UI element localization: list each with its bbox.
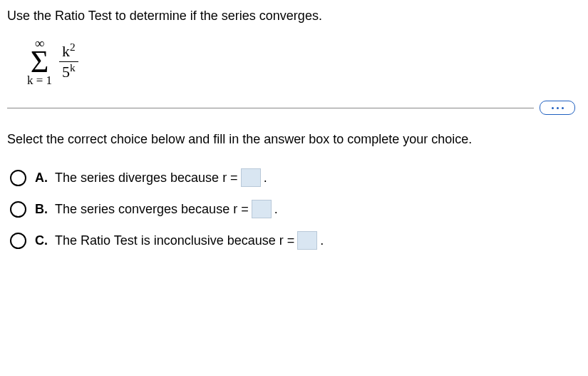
series-expression: ∞ Σ k = 1 k2 5k	[27, 36, 581, 86]
choice-letter-b: B.	[35, 202, 55, 217]
choice-a[interactable]: A. The series diverges because r = .	[10, 168, 581, 187]
choice-letter-a: A.	[35, 171, 55, 186]
instruction-text: Select the correct choice below and fill…	[7, 132, 581, 147]
sigma-lower-limit: k = 1	[27, 74, 52, 86]
divider-line	[7, 108, 534, 108]
dot-icon	[552, 107, 554, 109]
fraction: k2 5k	[59, 43, 78, 79]
denominator: 5k	[59, 63, 78, 80]
answer-input-b[interactable]	[252, 200, 272, 218]
dot-icon	[557, 107, 559, 109]
answer-input-a[interactable]	[241, 168, 261, 187]
question-text: Use the Ratio Test to determine if the s…	[7, 9, 581, 24]
radio-a[interactable]	[10, 170, 26, 186]
sigma-symbol: Σ	[31, 50, 49, 73]
section-divider	[7, 101, 581, 115]
choice-text-c: The Ratio Test is inconclusive because r…	[55, 231, 324, 250]
sigma-notation: ∞ Σ k = 1	[27, 36, 52, 86]
dot-icon	[562, 107, 564, 109]
radio-c[interactable]	[10, 233, 26, 249]
answer-input-c[interactable]	[297, 231, 317, 250]
choice-letter-c: C.	[35, 233, 55, 248]
choice-c[interactable]: C. The Ratio Test is inconclusive becaus…	[10, 231, 581, 250]
choice-text-a: The series diverges because r = .	[55, 168, 267, 187]
choice-b[interactable]: B. The series converges because r = .	[10, 200, 581, 218]
choice-text-b: The series converges because r = .	[55, 200, 278, 218]
expand-button[interactable]	[540, 101, 575, 115]
numerator: k2	[59, 43, 78, 59]
radio-b[interactable]	[10, 201, 26, 218]
